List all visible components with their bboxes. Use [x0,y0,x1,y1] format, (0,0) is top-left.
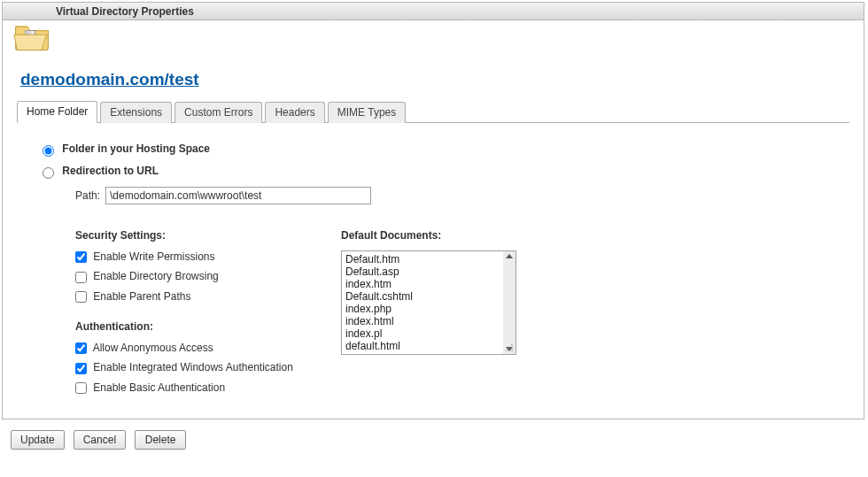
radio-redirect-url[interactable] [43,167,54,179]
tab-mime-types[interactable]: MIME Types [328,102,406,123]
svg-point-5 [506,350,508,351]
list-item[interactable]: index.html [345,315,500,327]
checkbox-windows-auth[interactable] [75,363,87,374]
radio-folder-in-hosting[interactable] [43,145,54,157]
footer-buttons: Update Cancel Delete [11,430,864,458]
tab-strip: Home Folder Extensions Custom Errors Hea… [17,100,849,123]
svg-point-3 [508,347,510,349]
auth-header: Authentication: [75,320,341,333]
label-windows-auth[interactable]: Enable Integrated Windows Authentication [93,361,292,373]
radio-folder-label[interactable]: Folder in your Hosting Space [62,142,210,155]
label-write-permissions[interactable]: Enable Write Permissions [93,250,214,263]
list-item[interactable]: Default.asp [345,265,500,278]
tab-custom-errors[interactable]: Custom Errors [174,102,262,123]
scrollbar[interactable] [503,251,515,354]
list-item[interactable]: Default.cshtml [345,290,500,303]
checkbox-write-permissions[interactable] [75,251,87,263]
list-item[interactable]: Default.htm [345,253,500,265]
tab-content: Folder in your Hosting Space Redirection… [3,123,864,419]
list-item[interactable]: index.pl [345,327,500,340]
delete-button[interactable]: Delete [135,430,186,450]
resize-grip-icon[interactable] [505,343,514,352]
list-item[interactable]: index.htm [345,278,500,290]
checkbox-directory-browsing[interactable] [75,272,87,283]
svg-point-6 [508,350,510,351]
checkbox-parent-paths[interactable] [75,291,87,303]
label-directory-browsing[interactable]: Enable Directory Browsing [93,270,218,282]
checkbox-basic-auth[interactable] [75,382,87,394]
scroll-up-icon[interactable] [506,254,513,258]
tab-home-folder[interactable]: Home Folder [17,101,97,123]
svg-point-4 [511,347,513,349]
default-documents-header: Default Documents: [341,229,518,242]
folder-open-icon [12,19,51,56]
panel-title: Virtual Directory Properties [56,5,194,18]
path-label: Path: [75,189,100,202]
list-item[interactable]: default.html [345,340,500,352]
list-item[interactable]: index.php [345,303,500,315]
security-header: Security Settings: [75,229,341,242]
label-basic-auth[interactable]: Enable Basic Authentication [93,381,225,394]
panel-title-bar: Virtual Directory Properties [3,3,864,20]
svg-point-7 [511,350,513,351]
label-parent-paths[interactable]: Enable Parent Paths [93,290,190,303]
path-input[interactable] [105,187,371,204]
breadcrumb: demodomain.com/test [20,70,199,89]
radio-redirect-label[interactable]: Redirection to URL [62,165,159,177]
tab-headers[interactable]: Headers [265,102,324,123]
tab-extensions[interactable]: Extensions [100,102,172,123]
svg-point-2 [511,344,513,346]
checkbox-anonymous-access[interactable] [75,342,87,354]
cancel-button[interactable]: Cancel [74,430,126,450]
label-anonymous-access[interactable]: Allow Anonymous Access [93,342,213,354]
default-documents-box[interactable]: Default.htmDefault.aspindex.htmDefault.c… [341,250,516,355]
properties-panel: Virtual Directory Properties demodomain.… [2,2,864,419]
update-button[interactable]: Update [11,430,65,450]
default-documents-list[interactable]: Default.htmDefault.aspindex.htmDefault.c… [342,251,503,354]
breadcrumb-link[interactable]: demodomain.com/test [20,70,199,88]
